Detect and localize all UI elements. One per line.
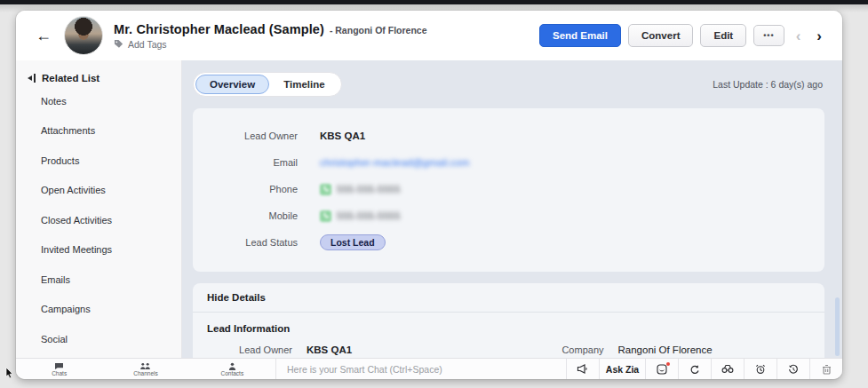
sidebar-item-social[interactable]: Social — [16, 325, 181, 354]
tab-timeline[interactable]: Timeline — [269, 75, 338, 94]
ask-zia-button[interactable]: Ask Zia — [599, 359, 645, 379]
announcements-button[interactable] — [566, 359, 599, 379]
add-tags[interactable]: Add Tags — [114, 39, 427, 50]
tag-icon — [114, 39, 123, 49]
summary-row-email: Email christopher-maclead@gmail.com — [193, 149, 824, 176]
summary-row-mobile: Mobile 555-555-5555 — [193, 202, 824, 229]
binoculars-icon — [721, 364, 734, 374]
lead-avatar[interactable] — [64, 16, 103, 55]
detail-company-value: Rangoni Of Florence — [618, 344, 713, 355]
related-list-title: Related List — [16, 73, 181, 87]
lead-status-badge[interactable]: Lost Lead — [320, 234, 386, 250]
detail-row-company: Company Rangoni Of Florence — [505, 337, 816, 358]
header-actions: Send Email Convert Edit ••• ‹ › — [539, 24, 826, 47]
lead-details-card: Hide Details Lead Information Lead Owner… — [193, 283, 824, 358]
next-record-icon[interactable]: › — [812, 28, 826, 44]
tabs-row: Overview Timeline Last Update : 6 day(s)… — [193, 72, 830, 97]
sidebar-item-emails[interactable]: Emails — [16, 265, 181, 295]
recent-items-button[interactable] — [776, 359, 809, 379]
smart-chat-input[interactable]: Here is your Smart Chat (Ctrl+Space) — [275, 359, 566, 379]
detail-lead-owner-value: KBS QA1 — [307, 344, 352, 355]
lead-mobile-value[interactable]: 555-555-5555 — [337, 210, 401, 221]
bottom-toolbar: Chats Channels Contacts Here is your Sma… — [16, 358, 842, 379]
view-tabs: Overview Timeline — [193, 72, 342, 97]
back-icon[interactable]: ← — [36, 28, 52, 44]
lead-phone-value[interactable]: 555-555-5555 — [337, 184, 401, 194]
lead-email-link[interactable]: christopher-maclead@gmail.com — [320, 157, 469, 168]
recycle-bin-button[interactable] — [809, 359, 842, 379]
lead-name: Mr. Christopher Maclead (Sample) — [114, 22, 324, 36]
collapse-sidebar-icon[interactable] — [28, 74, 36, 83]
convert-button[interactable]: Convert — [628, 24, 693, 47]
channels-button[interactable]: Channels — [102, 359, 188, 379]
chat-bubble-icon — [54, 362, 64, 370]
emoji-feedback-button[interactable] — [645, 359, 678, 379]
summary-row-phone: Phone 555-555-5555 — [193, 176, 824, 202]
channels-people-icon — [139, 362, 151, 370]
summary-row-lead-owner: Lead Owner KBS QA1 — [193, 123, 824, 149]
lead-information-title: Lead Information — [193, 313, 824, 337]
contact-person-icon — [228, 362, 236, 370]
edit-button[interactable]: Edit — [700, 24, 746, 47]
sidebar-item-invited-meetings[interactable]: Invited Meetings — [16, 235, 181, 265]
emoji-icon — [657, 364, 667, 375]
crm-lead-window: ← Mr. Christopher Maclead (Sample) - Ran… — [16, 11, 842, 379]
lead-summary-card: Lead Owner KBS QA1 Email christopher-mac… — [193, 108, 824, 272]
lead-information-grid: Lead Owner KBS QA1 Title VP Accounting P… — [193, 337, 824, 358]
tab-overview[interactable]: Overview — [195, 75, 269, 94]
phone-icon[interactable] — [320, 210, 331, 222]
previous-record-icon[interactable]: ‹ — [792, 28, 806, 44]
hide-details-toggle[interactable]: Hide Details — [193, 283, 824, 313]
more-actions-button[interactable]: ••• — [753, 25, 784, 46]
lead-main-content: Overview Timeline Last Update : 6 day(s)… — [182, 60, 842, 358]
alarm-icon — [755, 364, 766, 375]
sidebar-item-closed-activities[interactable]: Closed Activities — [16, 206, 181, 235]
related-list-sidebar: Related List Notes Attachments Products … — [16, 60, 182, 358]
lead-header: ← Mr. Christopher Maclead (Sample) - Ran… — [16, 11, 842, 60]
add-tags-label: Add Tags — [128, 39, 167, 50]
mouse-cursor — [5, 367, 14, 379]
lead-owner-value: KBS QA1 — [320, 131, 365, 141]
phone-icon[interactable] — [320, 184, 331, 195]
sidebar-item-campaigns[interactable]: Campaigns — [16, 295, 181, 324]
reminders-button[interactable] — [744, 359, 776, 379]
sidebar-item-products[interactable]: Products — [16, 146, 181, 176]
trash-icon — [822, 364, 832, 375]
main-scrollbar[interactable] — [835, 297, 840, 356]
sync-button[interactable] — [678, 359, 711, 379]
send-email-button[interactable]: Send Email — [539, 24, 621, 47]
sidebar-item-notes[interactable]: Notes — [16, 87, 181, 116]
last-update-text: Last Update : 6 day(s) ago — [713, 79, 830, 90]
lead-title-block: Mr. Christopher Maclead (Sample) - Rango… — [114, 22, 427, 50]
summary-row-lead-status: Lead Status Lost Lead — [193, 229, 824, 256]
megaphone-icon — [577, 364, 589, 374]
sidebar-item-open-activities[interactable]: Open Activities — [16, 176, 181, 205]
notification-dot — [666, 362, 670, 366]
zia-search-button[interactable] — [711, 359, 744, 379]
history-icon — [788, 364, 799, 375]
sidebar-item-attachments[interactable]: Attachments — [16, 116, 181, 146]
sync-loop-icon — [689, 364, 700, 375]
chats-button[interactable]: Chats — [16, 359, 102, 379]
detail-row-lead-owner: Lead Owner KBS QA1 — [193, 337, 505, 358]
contacts-button[interactable]: Contacts — [189, 359, 275, 379]
lead-company: - Rangoni Of Florence — [330, 25, 427, 36]
